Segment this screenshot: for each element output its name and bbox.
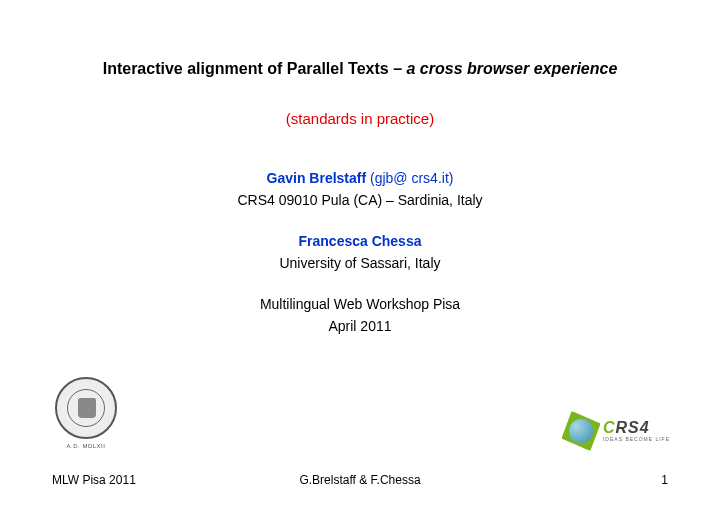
slide-container: Interactive alignment of Parallel Texts … (0, 0, 720, 509)
university-seal-icon: A.D. MDLXII (50, 377, 122, 449)
logos-row: A.D. MDLXII CRS4 IDEAS BECOME LIFE (0, 377, 720, 449)
author-1: Gavin Brelstaff (gjb@ crs4.it) (50, 167, 670, 189)
footer-left: MLW Pisa 2011 (52, 473, 136, 487)
crs4-brand: CRS4 (603, 420, 670, 436)
crs4-brand-first: C (603, 419, 616, 436)
title-main: Interactive alignment of Parallel Texts (103, 60, 389, 77)
title-sub: a cross browser experience (407, 60, 618, 77)
seal-ring (55, 377, 117, 439)
crs4-text: CRS4 IDEAS BECOME LIFE (603, 420, 670, 442)
subtitle: (standards in practice) (50, 110, 670, 127)
workshop-date: April 2011 (50, 315, 670, 337)
slide-title: Interactive alignment of Parallel Texts … (50, 60, 670, 78)
author-1-email: (gjb@ crs4.it) (370, 170, 453, 186)
author-1-name: Gavin Brelstaff (267, 170, 367, 186)
authors-block: Gavin Brelstaff (gjb@ crs4.it) CRS4 0901… (50, 167, 670, 337)
author-2: Francesca Chessa (50, 230, 670, 252)
author-1-affiliation: CRS4 09010 Pula (CA) – Sardinia, Italy (50, 189, 670, 211)
seal-caption: A.D. MDLXII (67, 443, 106, 449)
footer-page-number: 1 (661, 473, 668, 487)
author-2-affiliation: University of Sassari, Italy (50, 252, 670, 274)
workshop-name: Multilingual Web Workshop Pisa (50, 293, 670, 315)
slide-footer: MLW Pisa 2011 G.Brelstaff & F.Chessa 1 (0, 473, 720, 487)
seal-inner (67, 389, 105, 427)
crs4-brand-rest: RS4 (616, 419, 650, 436)
footer-center: G.Brelstaff & F.Chessa (299, 473, 420, 487)
crs4-logo: CRS4 IDEAS BECOME LIFE (563, 413, 670, 449)
crs4-tagline: IDEAS BECOME LIFE (603, 437, 670, 442)
title-separator: – (389, 60, 407, 77)
author-2-name: Francesca Chessa (299, 233, 422, 249)
crs4-mark-icon (563, 413, 599, 449)
